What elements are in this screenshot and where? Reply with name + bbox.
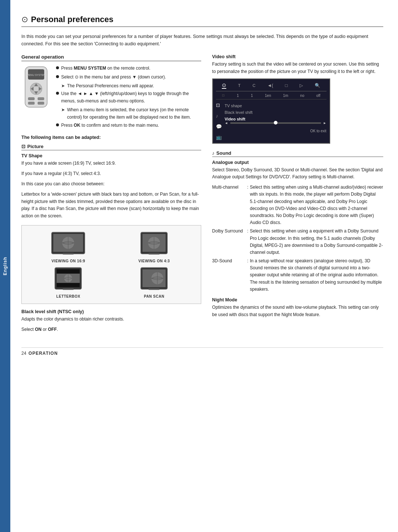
left-icon-subtitle: 💬 (216, 124, 222, 129)
val-5: no (300, 94, 304, 98)
menu-values-row: ⊡ 1 1 1en 1m no off (216, 94, 327, 99)
right-column: Video shift Factory setting is such that… (212, 54, 383, 336)
svg-rect-10 (38, 97, 44, 100)
svg-rect-11 (28, 102, 35, 105)
general-operation-heading: General operation (21, 54, 201, 61)
language-label: English (3, 257, 8, 275)
val-0: ⊡ (222, 94, 225, 98)
step-3: Use the ◄ ► ▲ ▼ (left/right/up/down) key… (56, 90, 201, 105)
analogue-output-heading: Analogue output (212, 160, 383, 165)
video-shift-heading: Video shift (212, 54, 383, 59)
slider-track (230, 122, 321, 124)
menu-item-videoshift: Video shift ◄ ► (225, 116, 327, 126)
tv-43-svg (136, 231, 172, 257)
def-desc-dolby: Select this setting when using a equipme… (250, 228, 383, 256)
svg-point-8 (34, 86, 39, 91)
colon-2: : (247, 228, 248, 256)
tv-wide-label: VIEWING ON 16:9 (52, 259, 85, 263)
svg-rect-27 (57, 269, 80, 274)
def-term-dolby: Dolby Surround (212, 228, 247, 256)
step-3-arrow: ➤ When a menu item is selected, the curs… (56, 106, 201, 121)
general-operation-label: General operation (21, 54, 64, 60)
page-container: English ⊙ Personal preferences In this m… (0, 0, 398, 532)
black-level-text2: Select ON or OFF. (21, 326, 201, 333)
menu-item-blacklevel: Black level shift (225, 109, 327, 116)
tv-image-letterbox: LETTERBOX (27, 266, 110, 298)
sound-icon: ♪ (212, 150, 215, 156)
svg-rect-12 (38, 102, 44, 105)
bullet-1 (56, 66, 59, 69)
slider-label: ◄ (225, 121, 228, 125)
two-column-layout: General operation MENU SYSTEM (21, 54, 383, 336)
operation-label: OPERATION (28, 351, 57, 356)
tv-image-wide: VIEWING ON 16:9 (27, 231, 110, 263)
def-dolby: Dolby Surround : Select this setting whe… (212, 228, 383, 256)
menu-screen: ⊙ T C ◄( □ ▷ 🔍 ⊡ 1 1 (212, 78, 330, 144)
tv-images-grid: VIEWING ON 16:9 (21, 225, 201, 304)
black-level-section: Black level shift (NTSC only) Adapts the… (21, 309, 201, 333)
left-column: General operation MENU SYSTEM (21, 54, 201, 336)
val-2: 1 (251, 94, 253, 98)
step-4-text: Press OK to confirm and return to the ma… (61, 122, 159, 129)
tv-panscan-svg (136, 266, 172, 293)
def-3dsound: 3D-Sound : In a setup without rear speak… (212, 258, 383, 293)
bullet-2 (56, 75, 59, 78)
step-2: Select ⊙ in the menu bar and press ▼ (do… (56, 74, 201, 81)
step-1: Press MENU SYSTEM on the remote control. (56, 65, 201, 72)
def-desc-multichannel: Select this setting when using a Multi-c… (250, 184, 383, 226)
operation-steps: Press MENU SYSTEM on the remote control.… (56, 65, 201, 130)
tv-image-43: VIEWING ON 4:3 (113, 231, 196, 263)
menu-icon-search: 🔍 (315, 83, 320, 88)
menu-top-icons: ⊙ T C ◄( □ ▷ 🔍 (216, 82, 327, 91)
tv-shape-heading: TV Shape (21, 153, 201, 158)
left-icon-tv: 📺 (216, 134, 222, 140)
sound-label: Sound (216, 150, 231, 156)
step-2-text: Select ⊙ in the menu bar and press ▼ (do… (61, 74, 166, 81)
main-content: ⊙ Personal preferences In this mode you … (10, 0, 398, 532)
step-3-text: Use the ◄ ► ▲ ▼ (left/right/up/down) key… (61, 90, 201, 105)
page-footer: 24 OPERATION (21, 347, 383, 356)
following-items-text: The following items can be adapted: (21, 135, 201, 140)
tv-shape-text3: In this case you can also choose between… (21, 181, 201, 188)
black-level-text: Adapts the color dynamics to obtain rich… (21, 316, 201, 323)
menu-icon-personal: ⊙ (222, 82, 226, 89)
tv-shape-text2: If you have a regular (4:3) TV, select 4… (21, 170, 201, 178)
menu-right-col: TV shape Black level shift Video shift ◄ (225, 102, 327, 140)
black-level-heading: Black level shift (NTSC only) (21, 309, 201, 314)
menu-item-tvshape: TV shape (225, 102, 327, 109)
title-icon: ⊙ (21, 15, 28, 24)
menu-icon-audio: ◄( (267, 83, 273, 88)
sound-section: ♪ Sound Analogue output Select Stereo, D… (212, 150, 383, 319)
def-desc-3dsound: In a setup without rear speakers (analog… (250, 258, 383, 293)
video-shift-text: Factory setting is such that the video w… (212, 61, 383, 76)
page-number: 24 (21, 351, 26, 356)
step-2-arrow: ➤ The Personal Preferences menu will app… (56, 83, 201, 90)
menu-icon-c: C (252, 83, 255, 88)
tv-image-panscan: PAN SCAN (113, 266, 196, 298)
svg-rect-24 (149, 253, 160, 255)
picture-heading: ⊡ Picture (21, 144, 201, 150)
night-mode-text: Optimizes the dynamics of the sound with… (212, 304, 383, 319)
night-mode-heading: Night Mode (212, 297, 383, 302)
svg-rect-38 (149, 288, 160, 290)
svg-rect-28 (57, 283, 80, 287)
def-multichannel: Multi-channel : Select this setting when… (212, 184, 383, 226)
svg-rect-9 (28, 97, 35, 100)
slider-right: ► (323, 121, 327, 125)
intro-paragraph: In this mode you can set your personal p… (21, 33, 383, 48)
arrow-sym-2: ➤ (61, 106, 65, 114)
step-3-arrow-text: When a menu item is selected, the cursor… (67, 106, 201, 121)
step-2-arrow-text: The Personal Preferences menu will appea… (67, 83, 154, 90)
tv-shape-text4: Letterbox for a 'wide-screen' picture wi… (21, 191, 201, 220)
remote-svg: MENU SYSTEM (21, 65, 51, 109)
menu-icon-t: T (238, 83, 241, 88)
menu-icon-box: □ (285, 83, 288, 88)
colon-1: : (247, 184, 248, 226)
svg-rect-31 (63, 288, 74, 290)
left-icon-sound: ♪ (216, 113, 222, 119)
svg-rect-18 (63, 253, 74, 255)
tv-wide-svg (50, 231, 87, 257)
general-operation-area: MENU SYSTEM (21, 65, 201, 130)
def-term-multichannel: Multi-channel (212, 184, 247, 226)
arrow-sym-1: ➤ (61, 83, 65, 90)
